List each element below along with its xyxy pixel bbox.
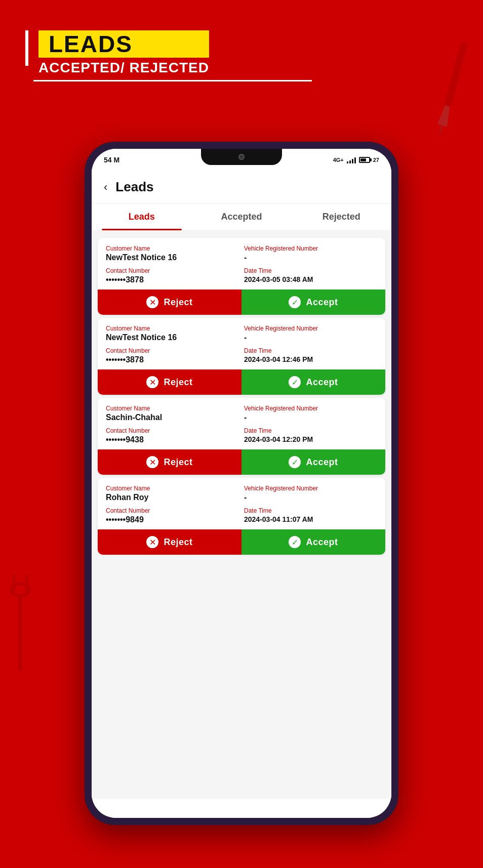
tab-leads[interactable]: Leads	[92, 203, 191, 230]
vehicle-reg-field: Vehicle Registered Number -	[244, 245, 377, 262]
contact-label: Contact Number	[106, 507, 239, 514]
reject-label: Reject	[164, 537, 192, 548]
signal-bar-2	[349, 160, 351, 163]
header-subtitle: ACCEPTED/ REJECTED	[38, 60, 209, 76]
contact-label: Contact Number	[106, 347, 239, 354]
datetime-value: 2024-03-05 03:48 AM	[244, 275, 377, 283]
accept-icon: ✓	[289, 456, 301, 468]
datetime-field: Date Time 2024-03-04 11:07 AM	[244, 507, 377, 524]
contact-field: Contact Number •••••••9849	[106, 507, 239, 524]
header-bar	[25, 30, 28, 66]
accept-icon: ✓	[289, 376, 301, 388]
customer-name-label: Customer Name	[106, 485, 239, 492]
status-right-icons: 4G+ 27	[333, 156, 379, 163]
datetime-value: 2024-03-04 12:46 PM	[244, 355, 377, 363]
svg-marker-1	[437, 105, 453, 127]
tab-rejected[interactable]: Rejected	[292, 203, 391, 230]
accept-button[interactable]: ✓ Accept	[242, 369, 385, 395]
customer-name-label: Customer Name	[106, 325, 239, 332]
accept-label: Accept	[306, 377, 338, 388]
svg-rect-5	[12, 574, 15, 592]
accept-button[interactable]: ✓ Accept	[242, 529, 385, 555]
accept-label: Accept	[306, 297, 338, 308]
signal-bar-1	[347, 161, 348, 163]
vehicle-reg-field: Vehicle Registered Number -	[244, 485, 377, 502]
status-bar: 54 M 4G+ 27	[92, 149, 391, 171]
datetime-value: 2024-03-04 12:20 PM	[244, 435, 377, 443]
contact-label: Contact Number	[106, 267, 239, 274]
vehicle-reg-label: Vehicle Registered Number	[244, 325, 377, 332]
back-button[interactable]: ‹	[104, 181, 107, 194]
phone-screen: 54 M 4G+ 27	[92, 149, 391, 818]
reject-label: Reject	[164, 297, 192, 308]
vehicle-reg-value: -	[244, 333, 377, 342]
vehicle-reg-label: Vehicle Registered Number	[244, 245, 377, 252]
reject-label: Reject	[164, 457, 192, 468]
page-header: LEADS ACCEPTED/ REJECTED	[25, 30, 312, 81]
lead-card: Customer Name NewTest Notice 16 Vehicle …	[98, 318, 385, 395]
vehicle-reg-field: Vehicle Registered Number -	[244, 405, 377, 422]
datetime-label: Date Time	[244, 427, 377, 434]
signal-bar-3	[352, 159, 353, 163]
signal-bars	[347, 156, 356, 163]
datetime-field: Date Time 2024-03-04 12:46 PM	[244, 347, 377, 364]
accept-icon: ✓	[289, 296, 301, 308]
contact-value: •••••••3878	[106, 275, 239, 284]
signal-bar-4	[354, 157, 356, 163]
leads-list: Customer Name NewTest Notice 16 Vehicle …	[92, 231, 391, 799]
wrench-decoration	[5, 574, 35, 676]
contact-value: •••••••3878	[106, 355, 239, 364]
datetime-field: Date Time 2024-03-04 12:20 PM	[244, 427, 377, 444]
camera-lens	[238, 154, 245, 160]
reject-button[interactable]: ✕ Reject	[98, 290, 242, 315]
reject-button[interactable]: ✕ Reject	[98, 369, 242, 395]
header-title: LEADS	[49, 31, 133, 57]
accept-label: Accept	[306, 537, 338, 548]
status-time: 54 M	[104, 156, 119, 164]
reject-icon: ✕	[146, 456, 158, 468]
reject-button[interactable]: ✕ Reject	[98, 529, 242, 555]
lead-info: Customer Name Rohan Roy Vehicle Register…	[98, 478, 385, 529]
lead-info: Customer Name NewTest Notice 16 Vehicle …	[98, 238, 385, 290]
app-header: ‹ Leads	[92, 171, 391, 203]
app-content: ‹ Leads Leads Accepted Rejected	[92, 171, 391, 818]
battery-fill	[360, 158, 366, 161]
contact-label: Contact Number	[106, 427, 239, 434]
accept-button[interactable]: ✓ Accept	[242, 449, 385, 475]
lead-card: Customer Name Sachin-Chahal Vehicle Regi…	[98, 398, 385, 475]
signal-text: 4G+	[333, 157, 344, 163]
contact-value: •••••••9438	[106, 435, 239, 444]
phone-frame: 54 M 4G+ 27	[85, 142, 398, 825]
battery-icon	[359, 157, 370, 163]
customer-name-label: Customer Name	[106, 245, 239, 252]
contact-value: •••••••9849	[106, 515, 239, 524]
datetime-label: Date Time	[244, 507, 377, 514]
svg-rect-6	[25, 574, 28, 592]
reject-icon: ✕	[146, 376, 158, 388]
lead-actions: ✕ Reject ✓ Accept	[98, 290, 385, 315]
lead-actions: ✕ Reject ✓ Accept	[98, 449, 385, 475]
accept-button[interactable]: ✓ Accept	[242, 290, 385, 315]
lead-actions: ✕ Reject ✓ Accept	[98, 369, 385, 395]
vehicle-reg-value: -	[244, 493, 377, 502]
datetime-value: 2024-03-04 11:07 AM	[244, 515, 377, 523]
customer-name-value: Rohan Roy	[106, 493, 239, 502]
lead-info: Customer Name Sachin-Chahal Vehicle Regi…	[98, 398, 385, 449]
customer-name-value: NewTest Notice 16	[106, 333, 239, 342]
customer-name-value: NewTest Notice 16	[106, 253, 239, 262]
battery-level: 27	[373, 157, 379, 163]
reject-icon: ✕	[146, 536, 158, 548]
vehicle-reg-value: -	[244, 253, 377, 262]
tab-accepted[interactable]: Accepted	[191, 203, 291, 230]
lead-card: Customer Name Rohan Roy Vehicle Register…	[98, 478, 385, 555]
svg-rect-3	[18, 595, 22, 671]
app-title: Leads	[115, 179, 153, 195]
accept-icon: ✓	[289, 536, 301, 548]
customer-name-field: Customer Name NewTest Notice 16	[106, 325, 239, 342]
reject-label: Reject	[164, 377, 192, 388]
reject-button[interactable]: ✕ Reject	[98, 449, 242, 475]
leads-badge: LEADS	[38, 30, 209, 58]
contact-field: Contact Number •••••••3878	[106, 347, 239, 364]
customer-name-field: Customer Name Rohan Roy	[106, 485, 239, 502]
tabs-bar: Leads Accepted Rejected	[92, 203, 391, 231]
